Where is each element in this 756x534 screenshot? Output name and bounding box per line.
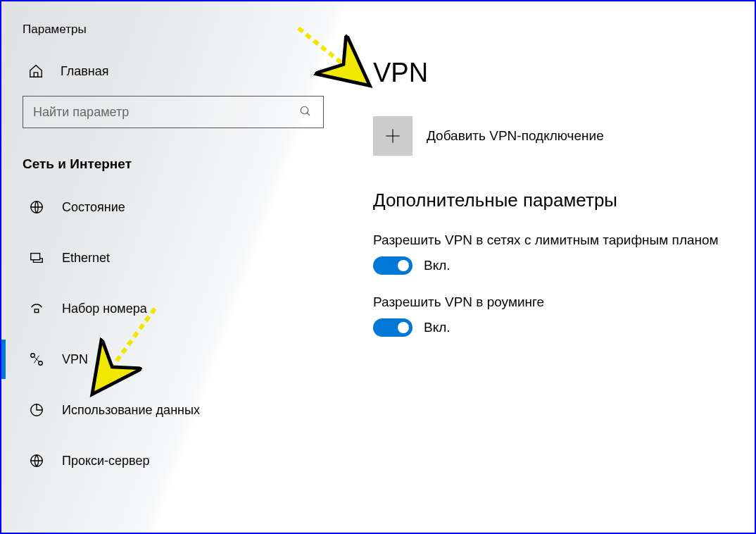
sidebar-item-ethernet[interactable]: Ethernet — [1, 232, 345, 283]
svg-line-1 — [307, 113, 310, 116]
data-usage-icon — [28, 402, 45, 418]
globe-status-icon — [28, 199, 45, 216]
plus-icon — [373, 116, 412, 156]
add-vpn-label: Добавить VPN-подключение — [427, 128, 604, 144]
svg-rect-3 — [31, 254, 40, 260]
sidebar-item-label: Набор номера — [62, 302, 147, 316]
section-title: Дополнительные параметры — [373, 190, 755, 211]
toggle-metered[interactable] — [373, 256, 412, 275]
sidebar-item-proxy[interactable]: Прокси-сервер — [1, 435, 345, 486]
toggle-roaming[interactable] — [373, 318, 412, 337]
sidebar-item-label: VPN — [62, 352, 88, 367]
sidebar-item-label: Использование данных — [62, 403, 200, 418]
page-title: VPN — [373, 58, 755, 88]
app-title: Параметры — [1, 15, 345, 54]
setting-label: Разрешить VPN в сетях с лимитным тарифны… — [373, 232, 755, 248]
sidebar-item-dialup[interactable]: Набор номера — [1, 283, 345, 334]
svg-rect-4 — [34, 309, 39, 313]
sidebar-item-label: Состояние — [62, 200, 125, 215]
setting-roaming: Разрешить VPN в роуминге Вкл. — [373, 294, 755, 337]
setting-metered: Разрешить VPN в сетях с лимитным тарифны… — [373, 232, 755, 275]
setting-label: Разрешить VPN в роуминге — [373, 294, 755, 310]
toggle-state-label: Вкл. — [424, 320, 451, 335]
toggle-state-label: Вкл. — [424, 258, 451, 273]
main-content: VPN Добавить VPN-подключение Дополнитель… — [345, 1, 755, 533]
vpn-icon — [28, 351, 45, 368]
ethernet-icon — [28, 249, 45, 266]
sidebar: Параметры Главная Сеть и Интернет Состоя… — [1, 1, 345, 533]
category-label: Сеть и Интернет — [1, 147, 345, 182]
sidebar-item-data-usage[interactable]: Использование данных — [1, 385, 345, 435]
svg-point-0 — [301, 106, 308, 114]
home-icon — [28, 63, 44, 79]
sidebar-item-label: Прокси-сервер — [62, 454, 150, 468]
proxy-icon — [28, 452, 45, 469]
search-icon — [299, 105, 313, 119]
search-input[interactable] — [33, 105, 299, 120]
sidebar-item-label: Ethernet — [62, 251, 110, 266]
add-vpn-button[interactable]: Добавить VPN-подключение — [373, 116, 755, 156]
search-box[interactable] — [23, 96, 324, 128]
sidebar-item-vpn[interactable]: VPN — [1, 334, 345, 385]
home-nav[interactable]: Главная — [1, 54, 345, 89]
sidebar-item-status[interactable]: Состояние — [1, 182, 345, 232]
home-label: Главная — [61, 64, 109, 79]
dialup-icon — [28, 300, 45, 317]
